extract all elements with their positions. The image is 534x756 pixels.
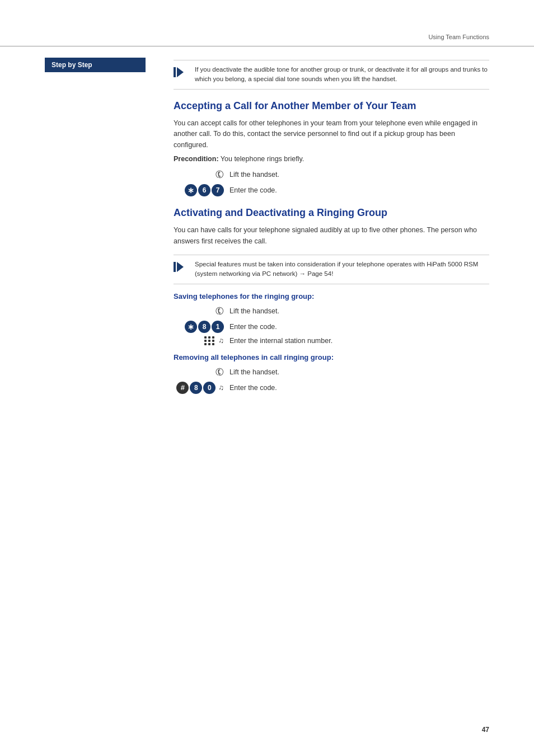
step-text-station: Enter the internal station number. [229, 337, 332, 345]
step-row-lift-2: ✆ Lift the handset. [174, 305, 489, 317]
btn-7: 7 [212, 184, 224, 196]
step-text-lift-1: Lift the handset. [229, 171, 279, 179]
step-text-code-567: Enter the code. [229, 186, 277, 194]
music-note-1: ♫ [218, 336, 224, 345]
right-column: If you deactivate the audible tone for a… [162, 46, 489, 397]
step-text-lift-3: Lift the handset. [229, 368, 279, 376]
step-text-code-581: Enter the code. [229, 323, 277, 331]
note-icon-ringing [174, 261, 189, 272]
step-text-hash80: Enter the code. [229, 384, 277, 392]
subsection-title-removing: Removing all telephones in call ringing … [174, 353, 489, 361]
page-header: Using Team Functions [0, 0, 534, 46]
section-title-accepting: Accepting a Call for Another Member of Y… [174, 100, 489, 112]
note-box-ringing: Special features must be taken into cons… [174, 255, 489, 284]
note-box-top: If you deactivate the audible tone for a… [174, 60, 489, 90]
step-row-lift-3: ✆ Lift the handset. [174, 366, 489, 378]
btn-hash: # [176, 382, 189, 394]
step-row-code-581: ∗ 8 1 Enter the code. [174, 321, 489, 333]
step-text-lift-2: Lift the handset. [229, 307, 279, 315]
btn-8a: 8 [198, 321, 210, 333]
note-text-ringing: Special features must be taken into cons… [195, 260, 489, 279]
step-icon-handset-2: ✆ [174, 305, 224, 317]
btn-6: 6 [198, 184, 210, 196]
note-bar [174, 67, 176, 77]
body-text-ringing: You can have calls for your telephone si… [174, 225, 489, 247]
btn-star-1: ∗ [185, 184, 197, 196]
body-text-accepting: You can accept calls for other telephone… [174, 118, 489, 151]
step-row-station: ♫ Enter the internal station number. [174, 336, 489, 345]
step-row-hash-80: # 8 0 ♫ Enter the code. [174, 382, 489, 394]
step-icon-hash80: # 8 0 ♫ [174, 382, 224, 394]
step-icon-handset-3: ✆ [174, 366, 224, 378]
content-area: Step by Step If you deactivate the audib… [0, 46, 534, 397]
precondition-accepting: Precondition: You telephone rings briefl… [174, 155, 489, 163]
section-title: Using Team Functions [428, 34, 489, 40]
precondition-text: You telephone rings briefly. [221, 155, 304, 163]
btn-8b: 8 [190, 382, 202, 394]
section-title-ringing: Activating and Deactivating a Ringing Gr… [174, 206, 489, 219]
step-row-code-567: ∗ 6 7 Enter the code. [174, 184, 489, 196]
music-note-2: ♫ [218, 383, 224, 392]
note-bar-2 [174, 262, 176, 272]
btn-0: 0 [203, 382, 216, 394]
note-arrow [177, 67, 184, 77]
step-icon-station: ♫ [174, 336, 224, 345]
station-grid-icon [204, 336, 215, 345]
left-column: Step by Step [45, 46, 162, 397]
handset-icon-1: ✆ [213, 167, 227, 182]
note-text-top: If you deactivate the audible tone for a… [195, 65, 489, 84]
note-icon-top [174, 66, 189, 77]
handset-icon-3: ✆ [213, 364, 227, 379]
note-arrow-2 [177, 262, 184, 272]
precondition-label: Precondition: [174, 155, 219, 163]
handset-icon-2: ✆ [213, 303, 227, 318]
page-number: 47 [482, 726, 489, 734]
step-icon-567: ∗ 6 7 [174, 184, 224, 196]
btn-star-2: ∗ [185, 321, 197, 333]
btn-1a: 1 [212, 321, 224, 333]
step-row-lift-1: ✆ Lift the handset. [174, 168, 489, 181]
step-icon-581: ∗ 8 1 [174, 321, 224, 333]
step-icon-handset-1: ✆ [174, 168, 224, 181]
step-by-step-label: Step by Step [45, 58, 146, 72]
subsection-title-saving: Saving telephones for the ringing group: [174, 292, 489, 300]
